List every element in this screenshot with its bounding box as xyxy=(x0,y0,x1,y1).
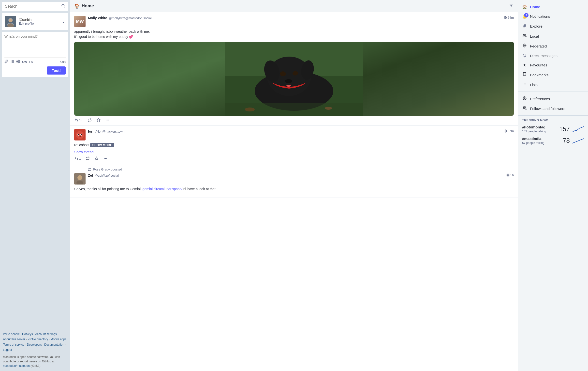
svg-point-29 xyxy=(285,79,292,83)
author-line: Molly White @molly0xfff@mastodon.social … xyxy=(88,16,514,20)
lang-button[interactable]: EN xyxy=(29,60,33,64)
search-container xyxy=(2,2,68,11)
trending-chart xyxy=(572,125,584,133)
sidebar-item-local[interactable]: Local xyxy=(518,31,588,41)
svg-point-68 xyxy=(523,107,525,108)
trending-item[interactable]: #Fotomontag 143 people talking 157 xyxy=(522,125,584,133)
svg-point-67 xyxy=(524,98,525,99)
list-icon[interactable] xyxy=(10,60,14,64)
globe-icon[interactable] xyxy=(16,60,20,64)
preferences-nav-label: Preferences xyxy=(530,97,550,101)
svg-point-34 xyxy=(325,107,332,110)
sidebar-item-bookmarks[interactable]: Bookmarks xyxy=(518,70,588,80)
svg-point-36 xyxy=(106,120,106,120)
author-line: Zef @zef@zef.social 1h xyxy=(88,173,514,177)
char-count: 500 xyxy=(60,60,66,64)
sidebar-item-notifications[interactable]: 🔔 2 Notifications xyxy=(518,12,588,21)
feed: MW Molly White @molly0xfff@mastodon.soci… xyxy=(70,12,518,371)
post-text: So yes, thanks all for pointing me to Ge… xyxy=(74,187,143,191)
post-item: Ross Grady boosted Zef @zef@zef.social xyxy=(70,164,518,198)
gear-icon xyxy=(522,96,527,101)
invite-people-link[interactable]: Invite people xyxy=(3,332,20,336)
reply-button[interactable]: 1+ xyxy=(74,118,83,122)
author-name[interactable]: lori xyxy=(88,129,93,133)
author-handle: @zef@zef.social xyxy=(95,174,119,177)
hotkeys-link[interactable]: Hotkeys xyxy=(22,332,33,336)
follows-followers-nav-label: Follows and followers xyxy=(530,107,565,111)
sidebar-item-favourites[interactable]: ★ Favourites xyxy=(518,60,588,70)
home-title-text: Home xyxy=(82,3,94,9)
author-handle: @lori@hackers.town xyxy=(95,130,124,133)
post-avatar[interactable]: MW xyxy=(74,16,86,27)
svg-point-38 xyxy=(108,120,109,120)
developers-link[interactable]: Developers xyxy=(27,343,42,346)
more-button[interactable] xyxy=(103,156,107,160)
more-button[interactable] xyxy=(105,118,109,122)
gemini-link[interactable]: gemini.circumlunar.space/ xyxy=(143,187,182,191)
cw-button[interactable]: CW xyxy=(22,60,27,64)
trending-section: TRENDING NOW #Fotomontag 143 people talk… xyxy=(518,116,588,151)
post-text: re: cohost xyxy=(74,143,90,147)
filter-button[interactable] xyxy=(509,3,514,9)
show-thread-link[interactable]: Show thread xyxy=(74,150,514,154)
post-avatar[interactable] xyxy=(74,173,86,185)
profile-chevron-icon[interactable]: ⌄ xyxy=(61,19,65,24)
svg-marker-49 xyxy=(95,157,98,160)
logout-link[interactable]: Logout xyxy=(3,348,12,352)
lists-icon xyxy=(522,82,527,87)
sidebar-item-follows-followers[interactable]: Follows and followers xyxy=(518,104,588,113)
settings-nav-section: Preferences Follows and followers xyxy=(518,92,588,116)
attach-icon[interactable] xyxy=(4,60,8,64)
compose-textarea[interactable] xyxy=(4,34,66,57)
about-server-link[interactable]: About this server xyxy=(3,338,25,341)
right-sidebar: 🏠 Home 🔔 2 Notifications # Explore xyxy=(518,0,588,371)
documentation-link[interactable]: Documentation xyxy=(44,343,64,346)
boost-button[interactable] xyxy=(88,118,92,122)
author-name[interactable]: Molly White xyxy=(88,16,107,20)
trending-tag: #Fotomontag xyxy=(522,125,557,129)
reply-button[interactable]: 1 xyxy=(74,156,81,160)
trending-count: 157 xyxy=(559,125,570,133)
account-settings-link[interactable]: Account settings xyxy=(35,332,57,336)
footer-links: Invite people · Hotkeys · Account settin… xyxy=(2,329,68,369)
sidebar-item-home[interactable]: 🏠 Home xyxy=(518,2,588,12)
profile-directory-link[interactable]: Profile directory xyxy=(28,338,48,341)
post-avatar[interactable] xyxy=(74,129,86,140)
svg-point-54 xyxy=(77,175,82,180)
terms-of-service-link[interactable]: Terms of service xyxy=(3,343,24,346)
sidebar-item-preferences[interactable]: Preferences xyxy=(518,94,588,104)
author-handle: @molly0xfff@mastodon.social xyxy=(109,16,152,20)
profile-edit-label[interactable]: Edit profile xyxy=(19,22,59,25)
star-icon: ★ xyxy=(522,63,527,67)
trending-item[interactable]: #mastindia 57 people talking 78 xyxy=(522,137,584,145)
sidebar-item-federated[interactable]: Federated xyxy=(518,41,588,51)
post-text-2: I'll have a look at that. xyxy=(183,187,217,191)
sidebar-item-explore[interactable]: # Explore xyxy=(518,21,588,31)
favourite-button[interactable] xyxy=(97,118,101,122)
trending-chart xyxy=(572,137,584,144)
svg-marker-35 xyxy=(97,118,100,122)
favourite-button[interactable] xyxy=(95,156,99,160)
post-text-line2: it's good to be home with my buddy 💕 xyxy=(74,34,514,39)
svg-point-37 xyxy=(107,120,107,120)
mobile-apps-link[interactable]: Mobile apps xyxy=(50,338,66,341)
main-content: 🏠 Home MW Molly White @molly0xfff@mastod xyxy=(70,0,518,371)
bookmark-icon xyxy=(522,72,527,77)
search-button[interactable] xyxy=(61,4,65,9)
search-input[interactable] xyxy=(5,4,59,9)
boost-line: Ross Grady boosted xyxy=(74,168,514,171)
svg-point-44 xyxy=(81,134,82,135)
github-repo-link[interactable]: mastodon/mastodon xyxy=(3,364,30,368)
boost-button[interactable] xyxy=(86,156,90,160)
show-more-button[interactable]: SHOW MORE xyxy=(90,143,114,147)
post-item: MW Molly White @molly0xfff@mastodon.soci… xyxy=(70,12,518,126)
sidebar-item-lists[interactable]: Lists xyxy=(518,80,588,90)
sidebar-item-direct-messages[interactable]: @ Direct messages xyxy=(518,51,588,60)
profile-section: @corbin Edit profile ⌄ xyxy=(2,13,68,30)
trending-info: #mastindia 57 people talking xyxy=(522,137,561,145)
profile-info: @corbin Edit profile xyxy=(19,18,59,25)
svg-point-33 xyxy=(245,108,255,111)
author-line: lori @lori@hackers.town 57m xyxy=(88,129,514,133)
toot-button[interactable]: Toot! xyxy=(47,66,66,75)
author-name[interactable]: Zef xyxy=(88,173,93,177)
